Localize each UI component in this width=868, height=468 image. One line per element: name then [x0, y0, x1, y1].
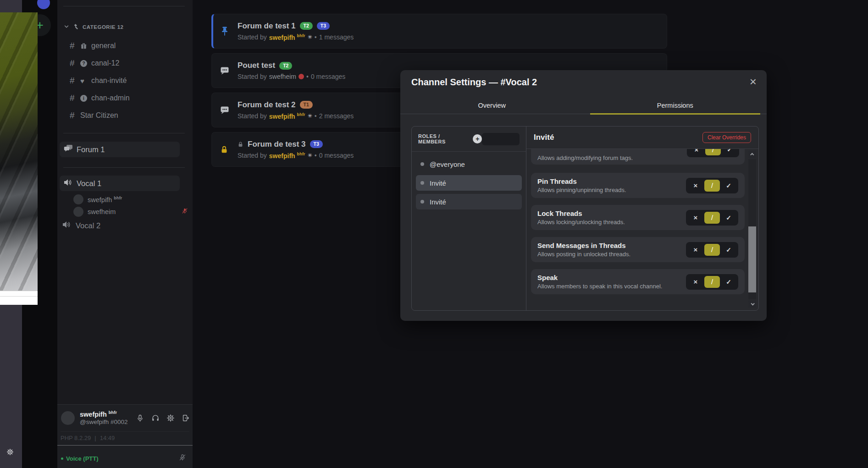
- user-controls: [136, 414, 190, 423]
- neutral-button[interactable]: /: [704, 180, 720, 192]
- bullet: •: [315, 33, 317, 41]
- allow-button[interactable]: ✓: [722, 149, 737, 155]
- tag-badge: T3: [310, 140, 323, 148]
- role-dot: [420, 200, 424, 204]
- channel-name: chan-admin: [91, 94, 130, 102]
- permissions-header: Invité Clear Overrides: [526, 127, 758, 149]
- mic-muted-icon: [182, 208, 188, 216]
- role-item-invite-2[interactable]: Invité: [416, 194, 522, 209]
- separator: |: [94, 435, 96, 441]
- neutral-button[interactable]: /: [704, 212, 720, 224]
- chevron-up-icon: [750, 153, 754, 156]
- tag-badge: T3: [317, 22, 330, 30]
- tab-permissions[interactable]: Permissions: [584, 97, 767, 114]
- allow-button[interactable]: ✓: [721, 244, 736, 256]
- username: swefpifh bhfr: [80, 410, 128, 418]
- sidebar-channel-general[interactable]: # general: [57, 37, 193, 55]
- permission-toggle: × / ✓: [686, 178, 738, 193]
- gift-icon: [80, 43, 91, 50]
- category-row[interactable]: CATEGORIE 12: [64, 23, 124, 31]
- deny-button[interactable]: ×: [688, 244, 703, 256]
- lock-icon: [220, 145, 238, 154]
- allow-button[interactable]: ✓: [721, 180, 736, 192]
- sidebar-channel-chan-invite[interactable]: # ♥ chan-invité: [57, 72, 193, 89]
- add-role-button[interactable]: +: [473, 134, 482, 143]
- channel-sidebar: CATEGORIE 12 # general # ? canal-12 # ♥ …: [57, 0, 193, 468]
- role-name: Invité: [430, 179, 446, 187]
- thread-card[interactable]: Forum de test 1 T2 T3 Started by swefpif…: [211, 14, 667, 49]
- status-bar: PHP 8.2.29 | 14:49: [61, 431, 189, 444]
- mic-off-icon[interactable]: [179, 454, 186, 463]
- avatar[interactable]: [61, 411, 75, 425]
- avatar: [73, 194, 83, 204]
- thread-title: Forum de test 1: [238, 22, 296, 31]
- forum-channel-name: Forum 1: [77, 145, 105, 154]
- close-icon[interactable]: ×: [750, 75, 757, 89]
- tag-badge: T2: [300, 22, 313, 30]
- sidebar-channel-chan-admin[interactable]: # i chan-admin: [57, 89, 193, 107]
- microphone-icon[interactable]: [136, 414, 144, 423]
- voice-channel-vocal-2[interactable]: Vocal 2: [62, 220, 100, 231]
- deny-button[interactable]: ×: [688, 276, 703, 288]
- clear-overrides-button[interactable]: Clear Overrides: [702, 132, 751, 143]
- scrollbar[interactable]: [748, 151, 756, 308]
- scroll-up-button[interactable]: [748, 151, 756, 158]
- permission-name: Speak: [537, 274, 662, 281]
- chevron-down-icon: [751, 302, 754, 305]
- deny-button[interactable]: ×: [689, 149, 704, 155]
- hash-icon: #: [70, 58, 80, 68]
- settings-gear-icon[interactable]: [6, 448, 14, 457]
- deny-button[interactable]: ×: [688, 212, 703, 224]
- thread-meta: Started by swefpifh bhfr ✳ • 1 messages: [238, 33, 354, 41]
- role-name: @everyone: [430, 160, 465, 168]
- permission-row: Lock Threads Allows locking/unlocking th…: [531, 205, 745, 230]
- thread-meta: Started by swefpifh bhfr ✳ • 0 messages: [238, 152, 354, 160]
- permissions-body: ROLES / MEMBERS + @everyone Invité: [411, 126, 759, 311]
- thread-author: swefpifh bhfr: [269, 152, 305, 160]
- role-dot: [420, 181, 424, 185]
- scrollbar-thumb[interactable]: [748, 226, 756, 292]
- voice-channel-name: Vocal 2: [76, 221, 100, 230]
- neutral-button[interactable]: /: [704, 276, 720, 288]
- logout-icon[interactable]: [181, 414, 190, 423]
- voice-channel-name: Vocal 1: [77, 179, 101, 188]
- screen: + CATEGORIE 12 # general: [0, 0, 868, 468]
- permission-row: Allows adding/modifying forum tags. × / …: [531, 149, 745, 165]
- photo-statusbar: [0, 297, 38, 305]
- thread-author: swefheim: [269, 73, 296, 80]
- server-icon[interactable]: [37, 0, 50, 9]
- headphones-icon[interactable]: [151, 414, 160, 423]
- php-version: PHP 8.2.29: [61, 435, 91, 441]
- voice-user-swefpifh[interactable]: swefpifh bhfr: [73, 194, 122, 204]
- hash-icon: #: [70, 93, 80, 103]
- gear-icon[interactable]: [166, 414, 175, 423]
- neutral-button[interactable]: /: [705, 149, 721, 155]
- permission-toggle: × / ✓: [687, 149, 739, 157]
- role-item-everyone[interactable]: @everyone: [416, 156, 522, 172]
- roles-search-box[interactable]: [482, 133, 520, 145]
- deny-button[interactable]: ×: [688, 180, 703, 192]
- permission-row: Pin Threads Allows pinning/unpinning thr…: [531, 173, 745, 198]
- role-item-invite-1[interactable]: Invité: [416, 175, 522, 191]
- voice-status-dot: [61, 457, 63, 460]
- role-dot: [420, 162, 424, 166]
- scrollbar-track[interactable]: [748, 159, 756, 299]
- sidebar-channel-star-citizen[interactable]: # Star Citizen: [57, 107, 193, 124]
- scroll-down-button[interactable]: [748, 300, 756, 308]
- sidebar-channel-canal-12[interactable]: # ? canal-12: [57, 55, 193, 72]
- permission-desc: Allows pinning/unpinning threads.: [537, 187, 626, 193]
- forum-channel[interactable]: Forum 1: [60, 142, 180, 157]
- message-count: 0 messages: [319, 152, 354, 159]
- permission-name: Send Messages in Threads: [537, 242, 630, 249]
- allow-button[interactable]: ✓: [721, 212, 736, 224]
- roles-header-label: ROLES / MEMBERS: [418, 133, 469, 144]
- voice-status-row: Voice (PTT): [57, 445, 193, 468]
- tab-overview[interactable]: Overview: [400, 97, 584, 114]
- voice-channel-vocal-1[interactable]: Vocal 1: [60, 176, 180, 191]
- voice-user-name: swefpifh bhfr: [88, 196, 122, 204]
- neutral-button[interactable]: /: [704, 244, 720, 256]
- voice-user-swefheim[interactable]: swefheim: [73, 207, 188, 217]
- roles-panel: ROLES / MEMBERS + @everyone Invité: [412, 127, 526, 310]
- allow-button[interactable]: ✓: [721, 276, 736, 288]
- message-icon: [220, 66, 238, 75]
